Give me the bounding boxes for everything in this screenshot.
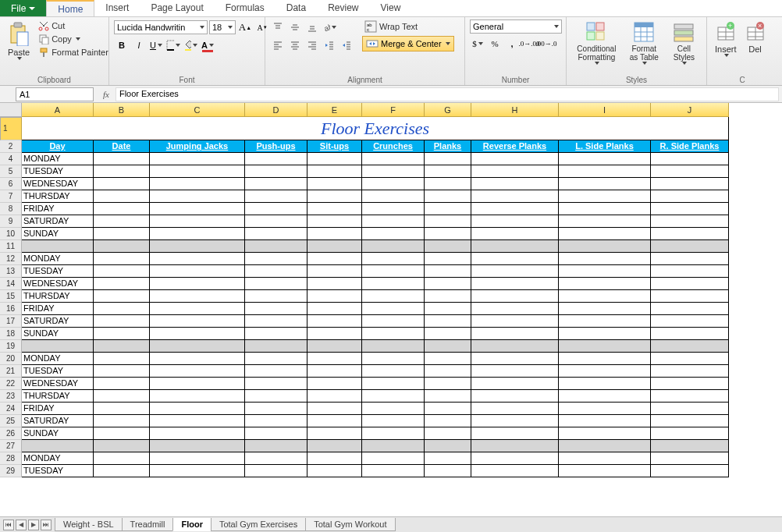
row-header[interactable]: 12 [0,253,22,265]
row-header[interactable]: 21 [0,365,22,378]
orientation-button[interactable]: ab [322,20,337,35]
data-cell[interactable] [559,427,651,440]
data-cell[interactable] [362,378,425,390]
data-cell[interactable] [362,203,425,215]
increase-decimal-button[interactable]: .0→.00 [521,36,537,51]
data-cell[interactable] [559,328,651,340]
data-cell[interactable] [471,290,559,303]
sheet-tab[interactable]: Total Gym Workout [305,518,395,531]
data-cell[interactable] [471,240,559,253]
data-cell[interactable] [425,465,471,477]
data-cell[interactable] [94,315,150,328]
sheet-tab[interactable]: Weight - BSL [55,518,123,531]
header-cell[interactable]: Push-ups [245,140,307,153]
data-cell[interactable] [651,365,729,378]
data-cell[interactable] [471,452,559,465]
data-cell[interactable] [559,403,651,415]
data-cell[interactable] [651,153,729,165]
data-cell[interactable] [651,240,729,253]
data-cell[interactable] [245,303,307,315]
data-cell[interactable] [362,328,425,340]
col-header-A[interactable]: A [22,103,94,117]
align-bottom-button[interactable] [304,20,320,35]
data-cell[interactable] [362,290,425,303]
data-cell[interactable] [307,290,362,303]
data-cell[interactable] [471,340,559,353]
align-middle-button[interactable] [287,20,303,35]
data-cell[interactable] [425,290,471,303]
data-cell[interactable] [559,340,651,353]
data-cell[interactable] [94,427,150,440]
data-cell[interactable] [362,440,425,452]
increase-indent-button[interactable] [339,37,354,53]
data-cell[interactable] [94,278,150,290]
header-cell[interactable]: R. Side Planks [651,140,729,153]
data-cell[interactable] [362,153,425,165]
data-cell[interactable] [362,240,425,253]
data-cell[interactable] [307,190,362,203]
data-cell[interactable] [651,165,729,178]
row-header[interactable]: 27 [0,440,22,452]
data-cell[interactable] [307,165,362,178]
data-cell[interactable] [150,365,245,378]
font-color-button[interactable]: A [200,37,215,53]
data-cell[interactable] [425,203,471,215]
data-cell[interactable] [94,390,150,403]
tab-view[interactable]: View [370,0,412,16]
data-cell[interactable]: TUESDAY [22,165,94,178]
data-cell[interactable] [150,190,245,203]
tab-formulas[interactable]: Formulas [215,0,275,16]
data-cell[interactable] [150,290,245,303]
data-cell[interactable] [245,465,307,477]
col-header-B[interactable]: B [94,103,150,117]
col-header-D[interactable]: D [245,103,307,117]
data-cell[interactable] [22,440,94,452]
sheet-nav-prev[interactable]: ◀ [16,520,27,530]
data-cell[interactable] [651,403,729,415]
data-cell[interactable] [559,153,651,165]
data-cell[interactable] [651,290,729,303]
col-header-H[interactable]: H [471,103,559,117]
data-cell[interactable] [307,278,362,290]
data-cell[interactable] [425,228,471,240]
row-header[interactable]: 26 [0,427,22,440]
data-cell[interactable] [471,203,559,215]
data-cell[interactable] [362,315,425,328]
sheet-tab[interactable]: Floor [172,518,211,531]
data-cell[interactable] [425,440,471,452]
data-cell[interactable] [22,340,94,353]
select-all-corner[interactable] [0,103,22,117]
data-cell[interactable] [559,303,651,315]
data-cell[interactable] [150,278,245,290]
data-cell[interactable] [362,403,425,415]
data-cell[interactable] [245,215,307,228]
data-cell[interactable] [245,403,307,415]
data-cell[interactable] [94,340,150,353]
data-cell[interactable] [307,303,362,315]
tab-review[interactable]: Review [317,0,369,16]
tab-page-layout[interactable]: Page Layout [140,0,214,16]
data-cell[interactable] [94,415,150,427]
col-header-I[interactable]: I [559,103,651,117]
number-format-select[interactable]: General [470,20,562,34]
data-cell[interactable] [307,215,362,228]
row-header[interactable]: 9 [0,215,22,228]
data-cell[interactable] [471,365,559,378]
data-cell[interactable] [651,203,729,215]
data-cell[interactable] [94,465,150,477]
data-cell[interactable] [150,390,245,403]
data-cell[interactable] [559,253,651,265]
data-cell[interactable]: SATURDAY [22,315,94,328]
data-cell[interactable] [94,403,150,415]
data-cell[interactable] [471,153,559,165]
data-cell[interactable] [559,390,651,403]
data-cell[interactable]: THURSDAY [22,190,94,203]
data-cell[interactable] [651,315,729,328]
data-cell[interactable] [245,328,307,340]
data-cell[interactable] [245,190,307,203]
data-cell[interactable] [471,165,559,178]
align-center-button[interactable] [287,37,303,53]
data-cell[interactable] [307,440,362,452]
row-header[interactable]: 5 [0,165,22,178]
spreadsheet-grid[interactable]: ABCDEFGHIJ 12456789101112131415161718192… [0,103,782,518]
